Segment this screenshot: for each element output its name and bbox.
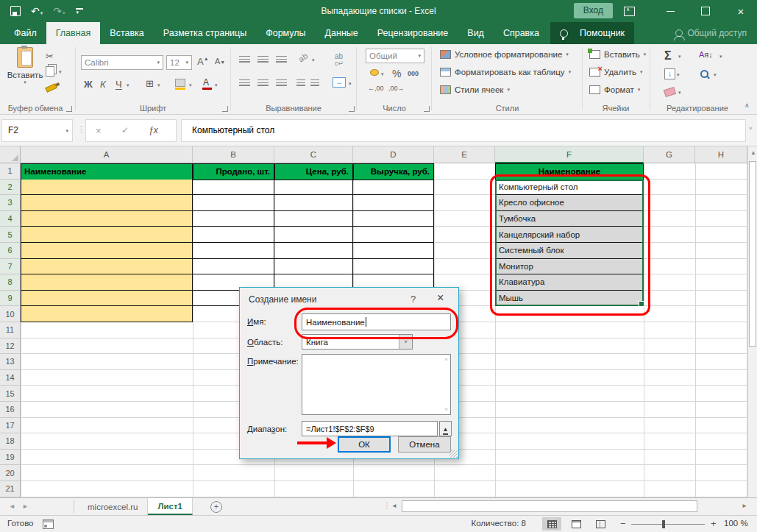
- expand-formula-bar-icon[interactable]: ˅: [749, 125, 753, 132]
- tab-file[interactable]: Файл: [4, 22, 46, 44]
- zoom-slider-thumb[interactable]: [662, 520, 665, 528]
- column-header-D[interactable]: D: [353, 146, 434, 163]
- cancel-entry-icon[interactable]: ×: [96, 125, 102, 136]
- dialog-close-button[interactable]: ×: [437, 291, 444, 305]
- cell-A5[interactable]: [21, 227, 193, 243]
- cell-F9[interactable]: Мышь: [495, 291, 644, 307]
- merge-dropdown-icon[interactable]: ▾: [349, 81, 352, 87]
- clear-dropdown-icon[interactable]: ▾: [678, 90, 681, 96]
- tab-split-handle[interactable]: ⋮: [383, 501, 391, 509]
- header-cell-A1[interactable]: Наименование: [21, 163, 193, 180]
- cell-C7[interactable]: [274, 259, 353, 275]
- row-header-10[interactable]: 10: [0, 306, 21, 322]
- fill-color-icon[interactable]: [175, 79, 185, 87]
- clear-icon[interactable]: [664, 88, 675, 96]
- row-header-11[interactable]: 11: [0, 322, 21, 338]
- sort-filter-icon[interactable]: Ая↓: [699, 51, 713, 59]
- sheet-nav-next-icon[interactable]: ►: [22, 503, 29, 510]
- cell-D6[interactable]: [353, 243, 434, 259]
- header-cell-B1[interactable]: Продано, шт.: [193, 163, 274, 180]
- tab-review[interactable]: Рецензирование: [368, 22, 458, 44]
- column-header-E[interactable]: E: [434, 146, 495, 163]
- vertical-scroll-thumb[interactable]: [749, 161, 756, 347]
- font-color-icon[interactable]: А: [203, 77, 209, 88]
- cell-B6[interactable]: [193, 243, 274, 259]
- cell-F2[interactable]: Компьютерный стол: [495, 180, 644, 196]
- cell-D3[interactable]: [353, 195, 434, 211]
- cell-F8[interactable]: Клавиатура: [495, 274, 644, 291]
- find-select-icon[interactable]: [700, 70, 708, 78]
- cell-C6[interactable]: [274, 243, 353, 259]
- column-header-F[interactable]: F: [495, 146, 644, 163]
- row-header-15[interactable]: 15: [0, 386, 21, 402]
- cell-A7[interactable]: [21, 259, 193, 275]
- zoom-level[interactable]: 100 %: [724, 519, 748, 528]
- column-header-G[interactable]: G: [644, 146, 695, 163]
- tab-formulas[interactable]: Формулы: [256, 22, 315, 44]
- row-header-5[interactable]: 5: [0, 227, 21, 243]
- insert-cells-button[interactable]: Вставить▾: [589, 50, 646, 59]
- tab-home[interactable]: Главная: [46, 22, 101, 44]
- select-all-corner[interactable]: [0, 146, 21, 163]
- align-top-icon[interactable]: [239, 56, 250, 63]
- row-header-9[interactable]: 9: [0, 291, 21, 307]
- bold-button[interactable]: Ж: [84, 79, 93, 89]
- tab-help[interactable]: Справка: [494, 22, 549, 44]
- underline-dropdown-icon[interactable]: ▾: [127, 82, 129, 88]
- cell-D4[interactable]: [353, 211, 434, 227]
- row-header-7[interactable]: 7: [0, 259, 21, 275]
- row-header-3[interactable]: 3: [0, 195, 21, 211]
- hscroll-right-icon[interactable]: ►: [742, 503, 747, 509]
- maximize-button[interactable]: [689, 0, 722, 22]
- increase-indent-icon[interactable]: [310, 79, 319, 87]
- cell-A10[interactable]: [21, 306, 193, 322]
- horizontal-scroll-thumb[interactable]: [402, 500, 697, 512]
- format-as-table-button[interactable]: Форматировать как таблицу▾: [440, 68, 571, 77]
- scope-select[interactable]: Книга ˅: [302, 334, 413, 350]
- font-dialog-launcher[interactable]: [222, 106, 228, 112]
- decrease-indent-icon[interactable]: [296, 79, 305, 87]
- increase-decimal-icon[interactable]: ←,00: [368, 85, 384, 92]
- cell-A4[interactable]: [21, 211, 193, 227]
- borders-dropdown-icon[interactable]: ▾: [157, 82, 160, 88]
- cell-B5[interactable]: [193, 227, 274, 243]
- header-cell-D1[interactable]: Выручка, руб.: [353, 163, 434, 180]
- scope-dropdown-icon[interactable]: ˅: [399, 335, 412, 349]
- share-button[interactable]: Общий доступ: [675, 22, 747, 44]
- header-cell-C1[interactable]: Цена, руб.: [274, 163, 353, 180]
- cut-icon[interactable]: ✂: [46, 52, 54, 61]
- row-header-12[interactable]: 12: [0, 338, 21, 355]
- minimize-button[interactable]: [654, 0, 686, 22]
- row-header-19[interactable]: 19: [0, 450, 21, 466]
- close-button[interactable]: ×: [725, 0, 757, 22]
- font-family-select[interactable]: Calibri▾: [81, 55, 163, 70]
- macro-record-icon[interactable]: [43, 519, 54, 529]
- formula-input[interactable]: Компьютерный стол: [181, 119, 746, 142]
- new-sheet-button[interactable]: +: [210, 501, 222, 513]
- cell-A3[interactable]: [21, 195, 193, 211]
- row-header-13[interactable]: 13: [0, 354, 21, 370]
- normal-view-button[interactable]: [542, 517, 561, 531]
- sheet-tab-microexcel.ru[interactable]: microexcel.ru: [78, 498, 148, 515]
- cell-F4[interactable]: Тумбочка: [495, 211, 644, 227]
- delete-cells-button[interactable]: Удалить▾: [589, 68, 642, 77]
- format-cells-button[interactable]: Формат▾: [589, 85, 640, 94]
- ribbon-display-options-button[interactable]: [613, 0, 645, 22]
- italic-button[interactable]: К: [100, 79, 106, 89]
- align-center-icon[interactable]: [257, 79, 269, 87]
- currency-dropdown-icon[interactable]: ▾: [381, 71, 384, 77]
- enter-entry-icon[interactable]: ✓: [121, 125, 129, 135]
- row-header-20[interactable]: 20: [0, 465, 21, 481]
- comma-format-icon[interactable]: 000: [408, 71, 419, 77]
- comment-textarea[interactable]: ˄ ˅: [302, 354, 451, 415]
- format-painter-icon[interactable]: [46, 85, 57, 91]
- fill-down-icon[interactable]: ↓: [664, 68, 675, 79]
- sign-in-button[interactable]: Вход: [574, 3, 613, 18]
- tab-assistant[interactable]: Помощник: [550, 22, 634, 44]
- column-header-A[interactable]: A: [21, 146, 193, 163]
- cell-C3[interactable]: [274, 195, 353, 211]
- sheet-nav-prev-icon[interactable]: ◄: [9, 503, 15, 510]
- page-break-view-button[interactable]: [591, 517, 610, 531]
- sheet-tab-Лист1[interactable]: Лист1: [148, 498, 193, 515]
- cell-D2[interactable]: [353, 180, 434, 196]
